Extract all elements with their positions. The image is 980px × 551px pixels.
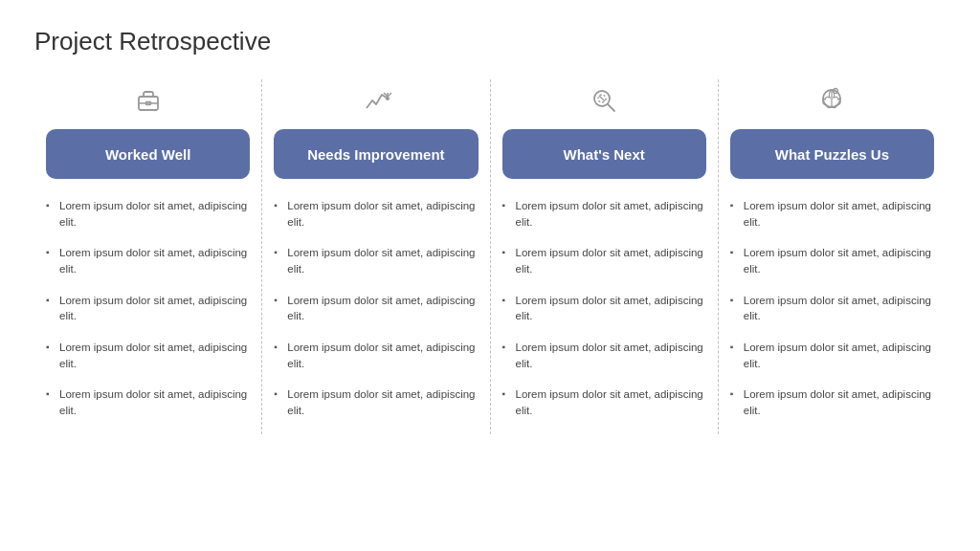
list-item: Lorem ipsum dolor sit amet, adipiscing e… <box>274 293 478 324</box>
list-item: Lorem ipsum dolor sit amet, adipiscing e… <box>274 198 478 230</box>
list-item: Lorem ipsum dolor sit amet, adipiscing e… <box>502 340 706 371</box>
what-puzzles-us-header: What Puzzles Us <box>730 129 934 179</box>
list-item: Lorem ipsum dolor sit amet, adipiscing e… <box>46 340 250 371</box>
list-item: Lorem ipsum dolor sit amet, adipiscing e… <box>46 245 250 276</box>
svg-line-7 <box>599 96 605 101</box>
brain-icon <box>814 79 849 121</box>
what-puzzles-us-list: Lorem ipsum dolor sit amet, adipiscing e… <box>730 198 934 434</box>
worked-well-list: Lorem ipsum dolor sit amet, adipiscing e… <box>46 198 250 434</box>
list-item: Lorem ipsum dolor sit amet, adipiscing e… <box>46 386 250 418</box>
list-item: Lorem ipsum dolor sit amet, adipiscing e… <box>274 386 478 418</box>
list-item: Lorem ipsum dolor sit amet, adipiscing e… <box>502 245 706 276</box>
columns-container: Worked WellLorem ipsum dolor sit amet, a… <box>34 79 946 434</box>
svg-line-5 <box>608 104 614 111</box>
column-needs-improvement: Needs ImprovementLorem ipsum dolor sit a… <box>262 79 490 434</box>
whats-next-header: What's Next <box>502 129 706 179</box>
search-icon <box>587 79 621 121</box>
list-item: Lorem ipsum dolor sit amet, adipiscing e… <box>730 293 934 324</box>
list-item: Lorem ipsum dolor sit amet, adipiscing e… <box>730 198 934 230</box>
list-item: Lorem ipsum dolor sit amet, adipiscing e… <box>46 198 250 230</box>
briefcase-icon <box>131 79 166 121</box>
list-item: Lorem ipsum dolor sit amet, adipiscing e… <box>502 386 706 418</box>
whats-next-list: Lorem ipsum dolor sit amet, adipiscing e… <box>502 198 706 434</box>
list-item: Lorem ipsum dolor sit amet, adipiscing e… <box>46 293 250 324</box>
list-item: Lorem ipsum dolor sit amet, adipiscing e… <box>502 293 706 324</box>
list-item: Lorem ipsum dolor sit amet, adipiscing e… <box>274 340 478 371</box>
needs-improvement-header: Needs Improvement <box>274 129 478 179</box>
needs-improvement-list: Lorem ipsum dolor sit amet, adipiscing e… <box>274 198 478 434</box>
list-item: Lorem ipsum dolor sit amet, adipiscing e… <box>502 198 706 230</box>
column-what-puzzles-us: What Puzzles UsLorem ipsum dolor sit ame… <box>719 79 946 434</box>
column-whats-next: What's NextLorem ipsum dolor sit amet, a… <box>491 79 719 434</box>
list-item: Lorem ipsum dolor sit amet, adipiscing e… <box>730 340 934 371</box>
column-worked-well: Worked WellLorem ipsum dolor sit amet, a… <box>34 79 262 434</box>
page-title: Project Retrospective <box>34 27 946 56</box>
graph-icon <box>359 79 393 121</box>
worked-well-header: Worked Well <box>46 129 250 179</box>
list-item: Lorem ipsum dolor sit amet, adipiscing e… <box>730 386 934 418</box>
list-item: Lorem ipsum dolor sit amet, adipiscing e… <box>274 245 478 276</box>
list-item: Lorem ipsum dolor sit amet, adipiscing e… <box>730 245 934 276</box>
